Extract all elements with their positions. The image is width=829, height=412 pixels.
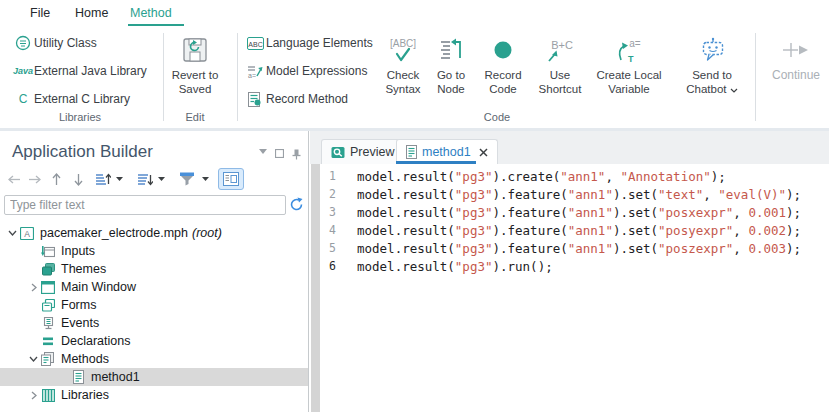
refresh-icon[interactable] xyxy=(289,197,304,212)
model-expressions-icon: a= xyxy=(244,64,266,79)
tree-item-themes[interactable]: Themes xyxy=(0,260,308,278)
menu-home[interactable]: Home xyxy=(75,6,108,20)
line-number: 6 xyxy=(322,259,336,273)
external-c-library-label: External C Library xyxy=(34,92,130,106)
revert-to-saved-button[interactable]: Revert to Saved xyxy=(166,33,224,96)
language-elements-button[interactable]: ABC Language Elements xyxy=(244,33,373,53)
tree-item-inputs[interactable]: Inputs xyxy=(0,242,308,260)
tab-label: method1 xyxy=(422,145,471,159)
expand-list-icon[interactable] xyxy=(94,168,112,190)
tree-item-main-window[interactable]: Main Window xyxy=(0,278,308,296)
filter-icon[interactable] xyxy=(178,168,196,190)
editor-tools-toggle-button[interactable] xyxy=(218,168,244,190)
tree-item-methods[interactable]: Methods xyxy=(0,350,308,368)
continue-label: Continue xyxy=(763,69,829,83)
libraries-group-caption: Libraries xyxy=(0,111,160,123)
tree-item-label: pacemaker_electrode.mph xyxy=(40,226,188,240)
collapse-list-icon[interactable] xyxy=(136,168,154,190)
svg-text:Java: Java xyxy=(13,66,33,76)
code-line[interactable]: 1model.result("pg3").create("ann1", "Ann… xyxy=(322,167,801,185)
methods-icon xyxy=(40,352,56,366)
line-number: 1 xyxy=(322,169,336,183)
collapsed-chevron-icon[interactable] xyxy=(27,391,40,400)
utility-class-icon xyxy=(12,35,34,51)
move-up-arrow-icon[interactable] xyxy=(50,168,62,190)
method-doc-icon xyxy=(70,370,86,384)
code-editor[interactable]: 1model.result("pg3").create("ann1", "Ann… xyxy=(322,167,801,275)
send-to-chatbot-button[interactable]: Send to Chatbot xyxy=(674,33,750,96)
collapsed-chevron-icon[interactable] xyxy=(27,283,40,292)
svg-text:T: T xyxy=(628,54,634,64)
svg-text:[ABC]: [ABC] xyxy=(390,38,416,49)
forward-arrow-icon[interactable] xyxy=(26,168,42,190)
tree-item-label: Inputs xyxy=(61,244,95,258)
go-to-node-button[interactable]: Go to Node xyxy=(426,33,476,96)
svg-text:C: C xyxy=(19,92,28,106)
events-icon xyxy=(40,316,56,330)
chatbot-icon xyxy=(699,35,726,65)
libraries-icon xyxy=(40,388,56,402)
inputs-icon xyxy=(40,244,56,258)
filter-input[interactable] xyxy=(4,195,286,215)
record-code-icon xyxy=(493,35,513,65)
menu-file[interactable]: File xyxy=(30,6,50,20)
code-text: model.result("pg3").feature("ann1").set(… xyxy=(357,187,801,202)
line-number: 3 xyxy=(322,205,336,219)
record-method-button[interactable]: Record Method xyxy=(244,89,348,109)
tree-item-forms[interactable]: Forms xyxy=(0,296,308,314)
app-root-icon: A xyxy=(19,226,35,240)
ribbon-divider xyxy=(755,33,756,121)
svg-text:B+C: B+C xyxy=(551,39,573,51)
panel-menu-chevron-icon[interactable] xyxy=(258,149,268,154)
expanded-chevron-icon[interactable] xyxy=(6,230,19,236)
send-to-chatbot-label: Send to Chatbot xyxy=(674,69,750,96)
edit-group-caption: Edit xyxy=(166,111,224,123)
expand-dropdown-icon[interactable] xyxy=(114,168,124,190)
tree-item-events[interactable]: Events xyxy=(0,314,308,332)
code-line[interactable]: 3model.result("pg3").feature("ann1").set… xyxy=(322,203,801,221)
tree-item-label: Events xyxy=(61,316,99,330)
model-expressions-label: Model Expressions xyxy=(266,64,367,78)
declarations-icon xyxy=(40,334,56,348)
filter-dropdown-icon[interactable] xyxy=(200,168,210,190)
collapse-dropdown-icon[interactable] xyxy=(156,168,166,190)
tab-preview[interactable]: Preview xyxy=(321,139,404,164)
move-down-arrow-icon[interactable] xyxy=(72,168,84,190)
external-java-library-button[interactable]: Java External Java Library xyxy=(12,61,147,81)
tree-item-libraries[interactable]: Libraries xyxy=(0,386,308,404)
create-local-variable-button[interactable]: a= T Create Local Variable xyxy=(591,33,667,96)
code-text: model.result("pg3").feature("ann1").set(… xyxy=(357,205,801,220)
application-builder-panel: Application Builder A pacemaker_electrod… xyxy=(0,131,309,412)
code-line[interactable]: 4model.result("pg3").feature("ann1").set… xyxy=(322,221,801,239)
check-syntax-button[interactable]: [ABC] Check Syntax xyxy=(377,33,429,96)
model-expressions-button[interactable]: a= Model Expressions xyxy=(244,61,367,81)
tree-item-root[interactable]: A pacemaker_electrode.mph (root) xyxy=(0,224,308,242)
line-number: 4 xyxy=(322,223,336,237)
svg-text:ABC: ABC xyxy=(248,40,262,47)
float-window-icon[interactable] xyxy=(274,149,285,158)
tree-item-method1[interactable]: method1 xyxy=(0,368,308,386)
menu-method[interactable]: Method xyxy=(130,6,172,20)
record-code-button[interactable]: Record Code xyxy=(477,33,529,96)
active-menu-underline xyxy=(128,24,184,26)
code-line[interactable]: 2model.result("pg3").feature("ann1").set… xyxy=(322,185,801,203)
close-tab-icon[interactable] xyxy=(479,148,488,157)
utility-class-button[interactable]: Utility Class xyxy=(12,33,97,53)
code-text: model.result("pg3").feature("ann1").set(… xyxy=(357,241,801,256)
svg-text:a=: a= xyxy=(248,72,256,79)
code-line[interactable]: 6model.result("pg3").run(); xyxy=(322,257,801,275)
tree-item-label: Themes xyxy=(61,262,106,276)
continue-button[interactable]: Continue xyxy=(763,33,829,83)
external-c-library-button[interactable]: C External C Library xyxy=(12,89,130,109)
use-shortcut-button[interactable]: B+C Use Shortcut xyxy=(530,33,590,96)
ribbon: Utility Class Java External Java Library… xyxy=(0,27,829,131)
expanded-chevron-icon[interactable] xyxy=(27,356,40,362)
tree-item-label: Libraries xyxy=(61,388,109,402)
language-elements-label: Language Elements xyxy=(266,36,373,50)
tree-item-declarations[interactable]: Declarations xyxy=(0,332,308,350)
back-arrow-icon[interactable] xyxy=(6,168,22,190)
code-text: model.result("pg3").run(); xyxy=(357,259,553,274)
continue-icon xyxy=(781,35,811,65)
pin-icon[interactable] xyxy=(291,149,301,160)
code-line[interactable]: 5model.result("pg3").feature("ann1").set… xyxy=(322,239,801,257)
